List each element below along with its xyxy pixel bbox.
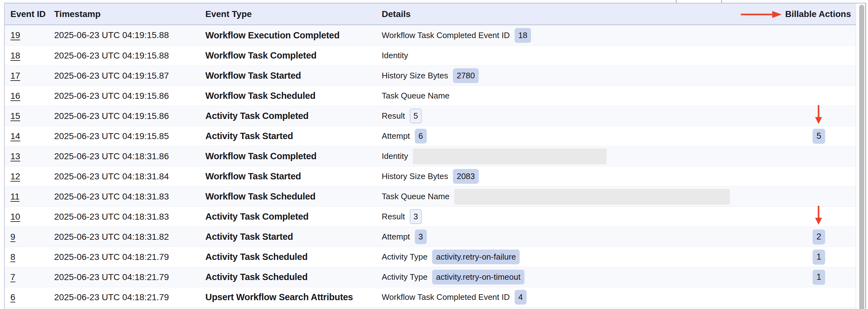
event-id-cell: 14: [5, 131, 50, 141]
detail-chip: activity.retry-on-failure: [432, 249, 520, 264]
table-row[interactable]: 11 2025-06-23 UTC 04:18:31.83 Workflow T…: [5, 186, 856, 206]
column-header-event-type: Event Type: [200, 9, 377, 19]
detail-label: Task Queue Name: [382, 91, 450, 101]
detail-chip: 3: [415, 229, 427, 244]
details-cell: Workflow Task Completed Event ID 4: [377, 290, 768, 305]
timestamp-cell: 2025-06-23 UTC 04:18:31.86: [50, 151, 200, 162]
billable-actions-cell: [768, 287, 856, 307]
billable-actions-cell: [768, 106, 856, 126]
detail-label: Workflow Task Completed Event ID: [382, 31, 510, 40]
annotation-arrow-down-icon: [814, 205, 823, 225]
billable-actions-cell: [768, 66, 856, 85]
event-id-link[interactable]: 7: [10, 272, 16, 282]
detail-chip: 2780: [453, 68, 479, 83]
table-header-row: Event ID Timestamp Event Type Details Bi…: [5, 3, 856, 25]
event-type-cell: Activity Task Started: [200, 232, 377, 242]
table-row[interactable]: 12 2025-06-23 UTC 04:18:31.84 Workflow T…: [5, 166, 856, 186]
detail-label: Identity: [382, 51, 408, 60]
event-id-link[interactable]: 10: [10, 212, 20, 221]
event-type-cell: Workflow Task Scheduled: [200, 191, 377, 202]
event-id-cell: 18: [5, 51, 50, 61]
redacted-value: [454, 189, 730, 205]
billable-actions-cell: [768, 86, 856, 106]
detail-label: Attempt: [382, 131, 410, 141]
billable-actions-cell: [768, 207, 856, 227]
event-id-link[interactable]: 14: [10, 131, 20, 141]
table-row[interactable]: 13 2025-06-23 UTC 04:18:31.86 Workflow T…: [5, 146, 856, 166]
event-type-cell: Activity Task Scheduled: [200, 272, 377, 282]
detail-chip: 18: [515, 28, 531, 43]
details-cell: Task Queue Name: [377, 189, 768, 205]
event-id-link[interactable]: 13: [10, 151, 20, 161]
billable-actions-cell: 2: [768, 227, 856, 247]
timestamp-cell: 2025-06-23 UTC 04:18:31.84: [50, 171, 200, 181]
billable-actions-cell: [768, 146, 856, 166]
table-row[interactable]: 19 2025-06-23 UTC 04:19:15.88 Workflow E…: [5, 25, 856, 45]
timestamp-cell: 2025-06-23 UTC 04:18:31.82: [50, 232, 200, 242]
event-id-link[interactable]: 9: [10, 232, 16, 242]
table-row[interactable]: 9 2025-06-23 UTC 04:18:31.82 Activity Ta…: [5, 227, 856, 247]
billable-actions-badge: 1: [812, 270, 825, 285]
table-row[interactable]: 10 2025-06-23 UTC 04:18:31.83 Activity T…: [5, 206, 856, 227]
details-cell: Activity Type activity.retry-on-failure: [377, 249, 768, 264]
billable-actions-cell: [768, 186, 856, 206]
table-row[interactable]: 8 2025-06-23 UTC 04:18:21.79 Activity Ta…: [5, 247, 856, 267]
timestamp-cell: 2025-06-23 UTC 04:19:15.86: [50, 111, 200, 121]
details-cell: History Size Bytes 2780: [377, 68, 768, 83]
billable-actions-cell: 5: [768, 126, 856, 146]
event-id-cell: 16: [5, 91, 50, 101]
table-row[interactable]: 16 2025-06-23 UTC 04:19:15.86 Workflow T…: [5, 85, 856, 106]
detail-label: Activity Type: [382, 272, 427, 282]
details-cell: Attempt 6: [377, 129, 768, 143]
detail-chip: 3: [410, 209, 422, 224]
event-id-cell: 7: [5, 272, 50, 282]
timestamp-cell: 2025-06-23 UTC 04:18:31.83: [50, 212, 200, 222]
event-id-link[interactable]: 12: [10, 171, 20, 181]
billable-actions-badge: 2: [812, 229, 825, 244]
timestamp-cell: 2025-06-23 UTC 04:19:15.87: [50, 71, 200, 81]
event-id-link[interactable]: 17: [10, 71, 20, 80]
scrollbar-track[interactable]: [856, 3, 865, 309]
column-header-timestamp: Timestamp: [50, 9, 200, 19]
table-row[interactable]: 6 2025-06-23 UTC 04:18:21.79 Upsert Work…: [5, 287, 856, 307]
detail-label: History Size Bytes: [382, 71, 448, 80]
page-background-strip: [0, 0, 866, 3]
table-row[interactable]: 14 2025-06-23 UTC 04:19:15.85 Activity T…: [5, 126, 856, 146]
event-id-link[interactable]: 8: [10, 252, 16, 262]
scrollbar-thumb[interactable]: [859, 5, 864, 309]
detail-label: Identity: [382, 151, 408, 161]
event-type-cell: Workflow Task Started: [200, 171, 377, 181]
table-content: Event ID Timestamp Event Type Details Bi…: [5, 3, 856, 309]
details-cell: Attempt 3: [377, 229, 768, 244]
event-type-cell: Upsert Workflow Search Attributes: [200, 292, 377, 302]
redacted-value: [413, 148, 607, 164]
event-id-cell: 17: [5, 71, 50, 81]
timestamp-cell: 2025-06-23 UTC 04:18:31.83: [50, 192, 200, 202]
detail-label: Attempt: [382, 232, 410, 242]
detail-chip: 6: [415, 129, 427, 143]
event-id-link[interactable]: 16: [10, 91, 20, 101]
details-cell: Task Queue Name: [377, 91, 768, 101]
table-row[interactable]: 17 2025-06-23 UTC 04:19:15.87 Workflow T…: [5, 65, 856, 85]
event-type-cell: Activity Task Scheduled: [200, 252, 377, 262]
detail-label: Activity Type: [382, 252, 427, 262]
event-type-cell: Workflow Task Started: [200, 70, 377, 81]
event-id-link[interactable]: 18: [10, 51, 20, 60]
billable-actions-badge: 5: [812, 129, 825, 144]
event-id-link[interactable]: 15: [10, 111, 20, 121]
event-id-link[interactable]: 6: [10, 292, 16, 302]
event-id-link[interactable]: 11: [10, 192, 20, 201]
detail-label: Result: [382, 111, 405, 121]
details-cell: Activity Type activity.retry-on-timeout: [377, 270, 768, 284]
table-row[interactable]: 7 2025-06-23 UTC 04:18:21.79 Activity Ta…: [5, 267, 856, 287]
event-id-link[interactable]: 19: [10, 30, 20, 40]
event-id-cell: 19: [5, 30, 50, 40]
annotation-arrow-right-icon: [740, 10, 782, 19]
detail-label: History Size Bytes: [382, 171, 448, 181]
details-cell: Result 3: [377, 209, 768, 224]
event-id-cell: 11: [5, 192, 50, 202]
event-id-cell: 10: [5, 212, 50, 222]
table-row[interactable]: 18 2025-06-23 UTC 04:19:15.88 Workflow T…: [5, 45, 856, 65]
detail-label: Task Queue Name: [382, 192, 450, 201]
table-row[interactable]: 15 2025-06-23 UTC 04:19:15.86 Activity T…: [5, 106, 856, 126]
